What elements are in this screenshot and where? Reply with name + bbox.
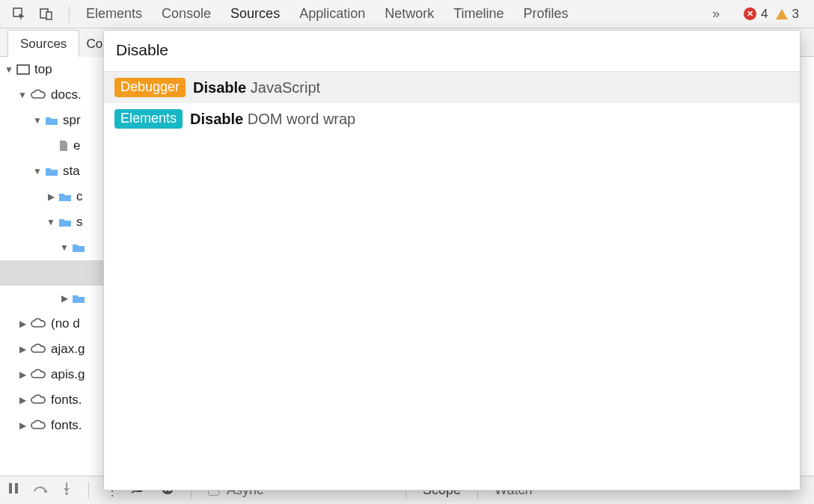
cloud-icon <box>30 318 46 330</box>
disclosure-arrow-icon[interactable]: ▶ <box>60 293 69 304</box>
command-menu-input[interactable]: Disable <box>104 31 800 72</box>
disclosure-arrow-icon[interactable]: ▼ <box>33 166 42 176</box>
tab-timeline[interactable]: Timeline <box>453 6 504 22</box>
tree-row[interactable]: ▼sta <box>0 159 111 184</box>
folder-icon <box>72 242 85 253</box>
tree-row[interactable] <box>0 260 111 286</box>
error-count: 4 <box>761 7 768 22</box>
frame-icon <box>16 64 30 75</box>
disclosure-arrow-icon[interactable]: ▼ <box>4 64 13 75</box>
tab-network[interactable]: Network <box>385 6 434 22</box>
disclosure-arrow-icon[interactable]: ▼ <box>18 90 27 100</box>
tree-row[interactable]: ▼ <box>0 235 111 260</box>
tree-row[interactable]: ▶fonts. <box>0 413 111 438</box>
subtab-sources[interactable]: Sources <box>7 30 79 58</box>
svg-rect-3 <box>17 65 29 74</box>
tree-item-label: e <box>73 138 80 153</box>
tree-row[interactable]: ▶c <box>0 184 111 209</box>
cloud-icon <box>30 394 46 406</box>
tab-sources[interactable]: Sources <box>230 6 280 22</box>
tab-application[interactable]: Application <box>299 6 365 22</box>
command-menu-item[interactable]: DebuggerDisable JavaScript <box>104 72 800 103</box>
tree-item-label: sta <box>63 164 80 179</box>
tree-item-label: c <box>76 189 83 204</box>
svg-point-6 <box>44 490 47 493</box>
folder-icon <box>72 293 85 304</box>
tree-row[interactable]: ▶fonts. <box>0 387 111 413</box>
disclosure-arrow-icon[interactable]: ▼ <box>33 115 42 126</box>
tab-elements[interactable]: Elements <box>86 6 142 22</box>
panel-tabs: Elements Console Sources Application Net… <box>86 6 569 22</box>
disclosure-arrow-icon[interactable]: ▶ <box>18 344 27 354</box>
tree-item-label: apis.g <box>51 367 85 382</box>
folder-icon <box>58 217 72 227</box>
svg-rect-2 <box>46 12 52 19</box>
tree-item-label: fonts. <box>51 393 82 408</box>
step-into-icon[interactable] <box>61 482 72 499</box>
disclosure-arrow-icon[interactable]: ▶ <box>46 191 55 202</box>
tree-row[interactable]: ▶ <box>0 286 111 311</box>
tree-row[interactable]: ▼spr <box>0 108 111 133</box>
folder-icon <box>58 191 72 202</box>
toolbar-separator <box>69 6 70 22</box>
command-label: Disable DOM word wrap <box>190 111 355 128</box>
tree-item-label: docs. <box>51 87 82 102</box>
category-badge: Debugger <box>114 78 186 97</box>
command-menu: Disable DebuggerDisable JavaScriptElemen… <box>103 30 801 491</box>
command-menu-item[interactable]: ElementsDisable DOM word wrap <box>104 103 800 135</box>
category-badge: Elements <box>114 109 183 129</box>
tree-item-label: (no d <box>51 316 80 331</box>
tree-item-label: top <box>34 62 52 77</box>
tree-row[interactable]: ▼s <box>0 209 111 235</box>
device-toggle-icon[interactable] <box>37 5 55 23</box>
disclosure-arrow-icon[interactable]: ▶ <box>18 420 27 431</box>
svg-rect-4 <box>9 483 12 494</box>
overflow-icon[interactable]: » <box>712 6 720 22</box>
tree-row[interactable]: ▼docs. <box>0 82 111 108</box>
toolbar-right: » 4 3 <box>712 6 808 22</box>
folder-icon <box>45 115 58 126</box>
tree-row[interactable]: ▼top <box>0 57 111 82</box>
folder-icon <box>45 166 58 176</box>
svg-rect-5 <box>15 483 18 494</box>
disclosure-arrow-icon[interactable]: ▶ <box>18 319 27 329</box>
tree-item-label: ajax.g <box>51 342 85 357</box>
file-icon <box>58 140 69 152</box>
cloud-icon <box>30 89 46 101</box>
bb-separator <box>88 482 89 499</box>
cloud-icon <box>30 343 46 355</box>
warning-icon[interactable] <box>776 9 788 19</box>
inspect-icon[interactable] <box>10 5 28 23</box>
disclosure-arrow-icon[interactable]: ▶ <box>18 395 27 405</box>
tree-item-label: s <box>76 215 83 230</box>
disclosure-arrow-icon[interactable]: ▼ <box>46 217 55 227</box>
disclosure-arrow-icon[interactable]: ▶ <box>18 369 27 380</box>
file-tree: ▼top▼docs.▼spre▼sta▶c▼s▼▶▶(no d▶ajax.g▶a… <box>0 57 112 476</box>
tree-item-label: fonts. <box>51 418 82 433</box>
disclosure-arrow-icon[interactable]: ▼ <box>60 242 69 253</box>
devtools-toolbar: Elements Console Sources Application Net… <box>0 0 814 28</box>
svg-marker-8 <box>64 488 70 492</box>
warning-count: 3 <box>792 7 799 22</box>
command-label: Disable JavaScript <box>193 79 320 96</box>
svg-point-9 <box>65 492 68 495</box>
cloud-icon <box>30 369 46 381</box>
tree-row[interactable]: ▶(no d <box>0 311 111 336</box>
step-over-icon[interactable] <box>33 482 48 498</box>
tab-console[interactable]: Console <box>162 6 211 22</box>
error-icon[interactable] <box>744 7 756 20</box>
tree-item-label: spr <box>63 113 81 128</box>
pause-icon[interactable] <box>7 482 19 498</box>
tree-row[interactable]: ▶ajax.g <box>0 336 111 362</box>
cloud-icon <box>30 420 46 431</box>
tree-row[interactable]: e <box>0 133 111 159</box>
tab-profiles[interactable]: Profiles <box>524 6 569 22</box>
tree-row[interactable]: ▶apis.g <box>0 362 111 387</box>
